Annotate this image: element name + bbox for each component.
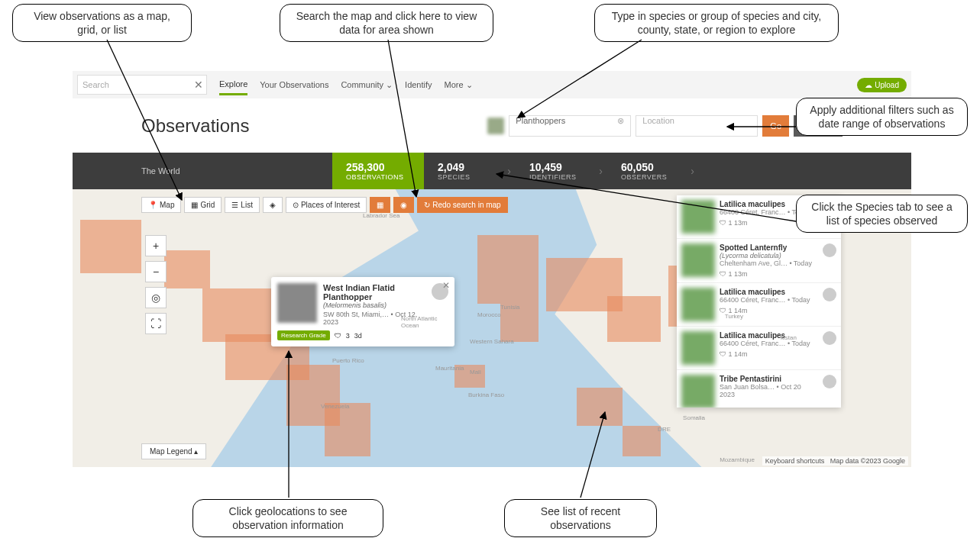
- fullscreen-button[interactable]: ⛶: [145, 313, 167, 334]
- view-grid-button[interactable]: ▦ Grid: [184, 197, 222, 213]
- user-avatar[interactable]: [823, 331, 836, 345]
- tab-species[interactable]: 2,049 SPECIES ›: [424, 153, 516, 189]
- annotation: Apply additional filters such as date ra…: [796, 98, 968, 136]
- list-item[interactable]: Latilica maculipes 66400 Céret, Franc… •…: [677, 327, 841, 370]
- tab-identifiers[interactable]: 10,459 IDENTIFIERS ›: [516, 153, 607, 189]
- filter-bar: Observations Planthoppers ⊗ Location Go …: [73, 107, 911, 145]
- popup-species-name[interactable]: West Indian Flatid Planthopper: [323, 283, 425, 301]
- map-label: Mozambique: [720, 456, 755, 463]
- map-label: kistan: [781, 334, 797, 341]
- annotation: View observations as a map, grid, or lis…: [12, 4, 192, 42]
- user-avatar[interactable]: [823, 375, 836, 388]
- map-label: Puerto Rico: [332, 357, 364, 364]
- location-input[interactable]: Location: [636, 115, 758, 137]
- annotation: Click geolocations to see observation in…: [192, 499, 383, 537]
- map-label: Labrador Sea: [363, 212, 399, 219]
- chevron-right-icon: ›: [507, 165, 511, 177]
- nav-identify[interactable]: Identify: [405, 80, 432, 89]
- chevron-right-icon: ›: [691, 165, 694, 177]
- nav-more[interactable]: More ⌄: [445, 80, 473, 90]
- view-map-button[interactable]: 📍 Map: [141, 197, 181, 213]
- tab-observers[interactable]: 60,050 OBSERVERS ›: [607, 153, 699, 189]
- map-label: Burkina Faso: [468, 392, 504, 398]
- locate-button[interactable]: ◎: [145, 287, 167, 308]
- tab-observations[interactable]: 258,300 OBSERVATIONS: [332, 153, 424, 189]
- search-placeholder: Search: [82, 80, 109, 89]
- nav-items: Explore Your Observations Community ⌄ Id…: [219, 79, 473, 91]
- species-input[interactable]: Planthoppers ⊗: [509, 115, 631, 137]
- annotation: Click the Species tab to see a list of s…: [796, 195, 968, 233]
- annotation: Search the map and click here to view da…: [280, 4, 493, 42]
- page-title: Observations: [141, 115, 249, 137]
- layers-button[interactable]: ◈: [263, 197, 283, 213]
- zoom-out-button[interactable]: −: [145, 261, 167, 282]
- stats-bar: The World 258,300 OBSERVATIONS 2,049 SPE…: [73, 153, 911, 189]
- research-grade-badge: Research Grade: [277, 330, 330, 340]
- close-icon[interactable]: ✕: [442, 280, 450, 291]
- global-search[interactable]: Search ✕: [77, 75, 207, 95]
- cloud-icon: ☁: [865, 81, 872, 89]
- map-label: Tunisia: [500, 304, 520, 311]
- nav-your-obs[interactable]: Your Observations: [260, 80, 328, 89]
- taxon-thumb: [487, 118, 504, 134]
- map-label: DRE: [658, 426, 671, 433]
- upload-button[interactable]: ☁ Upload: [857, 78, 907, 92]
- map-area[interactable]: 📍 Map ▦ Grid ☰ List ◈ ⊙ Places of Intere…: [73, 189, 911, 467]
- top-nav: Search ✕ Explore Your Observations Commu…: [73, 71, 911, 98]
- map-legend-button[interactable]: Map Legend ▴: [141, 443, 206, 459]
- map-style-points-button[interactable]: ◉: [393, 197, 414, 213]
- shield-icon: 🛡: [335, 332, 341, 340]
- chevron-right-icon: ›: [599, 165, 603, 177]
- map-zoom-controls: + − ◎ ⛶: [145, 235, 167, 334]
- map-label: Mauritania: [435, 365, 464, 372]
- map-toolbar: 📍 Map ▦ Grid ☰ List ◈ ⊙ Places of Intere…: [141, 197, 508, 213]
- map-label: Somalia: [683, 414, 705, 421]
- redo-search-button[interactable]: ↻ Redo search in map: [417, 197, 508, 213]
- zoom-in-button[interactable]: +: [145, 235, 167, 256]
- observation-popup: ✕ West Indian Flatid Planthopper (Melorm…: [271, 277, 454, 346]
- go-button[interactable]: Go: [762, 115, 789, 137]
- clear-icon[interactable]: ✕: [194, 79, 203, 91]
- map-label: Morocco: [477, 311, 501, 318]
- list-item[interactable]: Tribe Pentastirini San Juan Bolsa… • Oct…: [677, 370, 841, 408]
- view-list-button[interactable]: ☰ List: [225, 197, 260, 213]
- obs-thumb: [681, 200, 715, 234]
- map-label: Mali: [470, 369, 481, 375]
- list-item[interactable]: Spotted Lanternfly (Lycorma delicatula) …: [677, 239, 841, 283]
- nav-explore[interactable]: Explore: [219, 79, 247, 95]
- map-style-grid-button[interactable]: ▦: [370, 197, 390, 213]
- map-label: Venezuela: [321, 403, 349, 410]
- map-label: Western Sahara: [470, 338, 514, 345]
- user-avatar[interactable]: [823, 243, 836, 257]
- obs-thumb: [681, 288, 715, 321]
- list-item[interactable]: Latilica maculipes 66400 Céret, Franc… •…: [677, 283, 841, 327]
- user-avatar[interactable]: [823, 288, 836, 301]
- annotation: See list of recent observations: [504, 499, 657, 537]
- nav-community[interactable]: Community ⌄: [341, 80, 393, 90]
- obs-thumb: [681, 375, 715, 408]
- filter-controls: Planthoppers ⊗ Location Go ☰ Filters: [487, 115, 843, 137]
- map-label: North Atlantic Ocean: [401, 315, 439, 329]
- annotation: Type in species or group of species and …: [594, 4, 839, 42]
- popup-thumb[interactable]: [277, 283, 317, 323]
- stats-location: The World: [73, 153, 332, 189]
- map-label: Turkey: [725, 313, 743, 320]
- obs-thumb: [681, 331, 715, 365]
- map-attribution: Keyboard shortcuts Map data ©2023 Google: [762, 456, 908, 466]
- places-button[interactable]: ⊙ Places of Interest: [286, 197, 367, 213]
- popup-sci-name: (Melormenis basalis): [323, 301, 425, 309]
- obs-thumb: [681, 243, 715, 277]
